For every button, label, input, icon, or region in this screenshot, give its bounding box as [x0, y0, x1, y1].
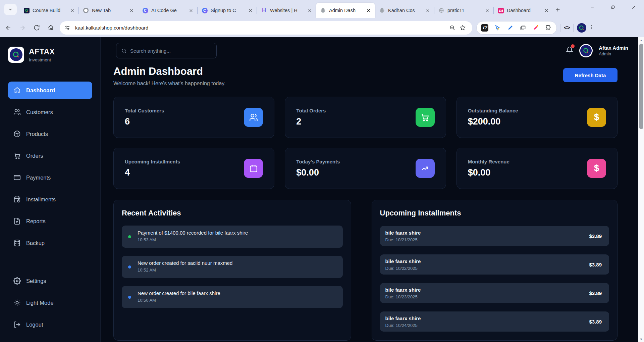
sidebar-item-logout[interactable]: Logout [8, 316, 92, 333]
activity-time: 10:53 AM [138, 237, 337, 242]
dollar-icon: $ [587, 108, 606, 127]
profile-avatar-icon[interactable] [577, 23, 586, 33]
chrome-menu-kebab-icon[interactable] [589, 25, 594, 31]
home-button[interactable] [45, 22, 56, 34]
installment-customer: bile faarx shire [385, 315, 421, 321]
sidebar-item-light-mode[interactable]: Light Mode [8, 294, 92, 311]
installment-amount: $3.89 [589, 262, 602, 267]
minimize-icon [590, 5, 594, 9]
sidebar-item-settings[interactable]: Settings [8, 272, 92, 290]
page-title: Admin Dashboard [113, 65, 226, 78]
stat-value: $0.00 [296, 167, 340, 178]
tab-title: pratic11 [447, 8, 484, 13]
activity-item: New order created for bile faarx shire 1… [122, 286, 343, 308]
browser-tab-course-builder[interactable]: Course Build [19, 4, 78, 17]
scroll-down-icon[interactable]: ▼ [638, 336, 644, 342]
tab-close-icon[interactable] [543, 7, 549, 13]
installment-customer: bile faarx shire [385, 230, 421, 236]
window-capture-extension-icon[interactable] [518, 22, 528, 33]
installment-amount: $3.89 [589, 290, 602, 296]
tab-close-icon[interactable] [69, 7, 75, 13]
color-picker-extension-icon[interactable] [530, 22, 541, 33]
sidebar-item-payments[interactable]: Payments [8, 169, 92, 186]
home-icon [48, 25, 54, 31]
forward-button[interactable] [17, 22, 28, 34]
fx-extension-icon[interactable]: f? [479, 22, 490, 33]
sidebar-item-reports[interactable]: Reports [8, 212, 92, 230]
panel-title: Recent Activities [122, 209, 343, 217]
sidebar-item-products[interactable]: Products [8, 125, 92, 143]
browser-tab-signup[interactable]: C Signup to C [198, 4, 257, 17]
scrollbar-thumb[interactable] [639, 44, 643, 129]
play-arrow-extension-icon[interactable] [492, 22, 503, 33]
installment-row: bile faarx shire Due: 10/24/2025 $3.89 [380, 311, 609, 332]
sidebar-item-orders[interactable]: Orders [8, 147, 92, 164]
window-restore-button[interactable] [602, 0, 623, 14]
browser-tab-mailchimp-dashboard[interactable]: m Dashboard [494, 4, 553, 17]
reload-button[interactable] [31, 22, 42, 34]
window-close-button[interactable] [623, 0, 644, 14]
sidebar-item-label: Backup [26, 240, 45, 246]
new-tab-button[interactable] [553, 5, 563, 15]
tab-title: Signup to C [211, 8, 247, 13]
url-text[interactable]: kaal.kalkaalshop.com/dashboard [75, 25, 447, 31]
sidebar-item-dashboard[interactable]: Dashboard [8, 82, 92, 99]
plus-icon [555, 7, 560, 12]
scroll-up-icon[interactable]: ▲ [638, 37, 644, 43]
address-bar[interactable]: kaal.kalkaalshop.com/dashboard [60, 21, 472, 35]
tab-search-button[interactable] [4, 4, 17, 15]
stat-label: Total Customers [125, 108, 164, 113]
browser-tab-admin-dashboard-active[interactable]: Admin Dash [316, 3, 375, 18]
sidebar-item-label: Reports [26, 218, 46, 225]
tab-close-icon[interactable] [307, 7, 313, 13]
file-text-icon [13, 217, 21, 225]
stat-value: 4 [125, 167, 180, 178]
upcoming-installments-panel: Upcoming Installments bile faarx shire D… [372, 200, 618, 341]
tab-close-icon[interactable] [188, 7, 194, 13]
extensions-puzzle-icon[interactable] [543, 22, 554, 33]
notifications-button[interactable] [566, 46, 573, 55]
home-icon [13, 87, 21, 94]
installment-due-date: Due: 10/21/2025 [385, 237, 421, 242]
browser-tab-ai-code[interactable]: C AI Code Ge [138, 4, 197, 17]
tab-close-icon[interactable] [484, 7, 490, 13]
gear-icon [13, 277, 21, 285]
bookmark-star-icon[interactable] [458, 23, 468, 33]
window-minimize-button[interactable] [582, 0, 602, 14]
search-box[interactable] [116, 43, 217, 58]
browser-tab-websites[interactable]: H Websites | H [257, 4, 316, 17]
page-scrollbar[interactable]: ▲ ▼ [638, 37, 644, 342]
site-settings-icon[interactable] [64, 25, 70, 31]
tab-title: Websites | H [270, 8, 307, 13]
search-input[interactable] [130, 48, 204, 54]
toolbar-separator [560, 24, 560, 32]
zoom-level-icon[interactable] [447, 23, 458, 33]
devtools-code-icon[interactable]: <> [564, 25, 570, 31]
tab-close-icon[interactable] [425, 7, 431, 13]
stat-value: $200.00 [468, 116, 518, 127]
browser-tab-new-tab[interactable]: New Tab [79, 4, 138, 17]
user-avatar[interactable] [579, 44, 593, 57]
sun-icon [13, 299, 21, 306]
credit-card-icon [13, 174, 21, 181]
chrome-favicon [83, 8, 89, 13]
pen-extension-icon[interactable] [505, 22, 516, 33]
brand-name: AFTAX [29, 47, 55, 56]
sidebar-item-label: Products [26, 131, 48, 137]
app-header: Aftax Admin Admin [101, 37, 638, 64]
sidebar-item-customers[interactable]: Customers [8, 103, 92, 121]
browser-tab-pratic11[interactable]: pratic11 [434, 4, 493, 17]
browser-tab-kadhan[interactable]: Kadhan Cos [375, 4, 434, 17]
sidebar-item-backup[interactable]: Backup [8, 234, 92, 252]
panel-title: Upcoming Installments [380, 209, 609, 217]
sidebar-spacer [8, 256, 92, 272]
back-button[interactable] [3, 22, 14, 34]
mailchimp-favicon: m [498, 8, 504, 13]
refresh-data-button[interactable]: Refresh Data [563, 68, 618, 82]
tab-close-icon[interactable] [366, 7, 372, 13]
tab-close-icon[interactable] [128, 7, 135, 13]
tab-close-icon[interactable] [247, 7, 253, 13]
sidebar-item-installments[interactable]: Installments [8, 191, 92, 208]
installment-due-date: Due: 10/23/2025 [385, 294, 421, 299]
tab-title: Kadhan Cos [388, 8, 425, 13]
